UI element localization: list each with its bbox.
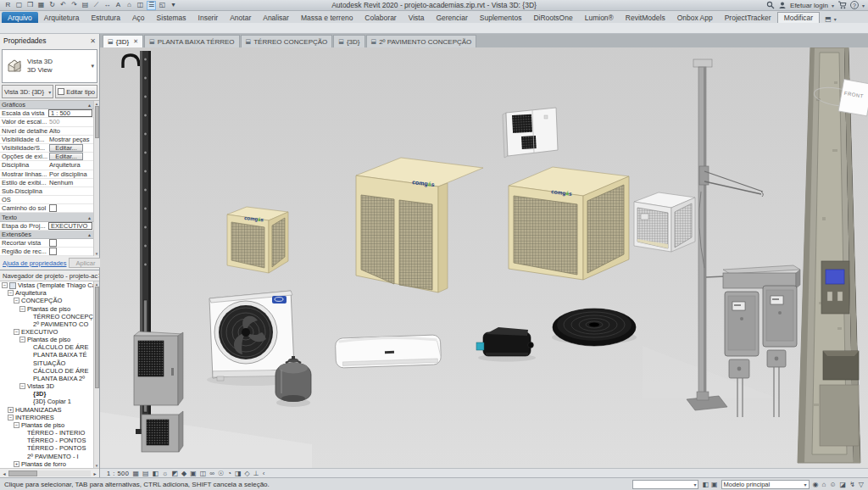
tree-expander-icon[interactable] bbox=[14, 298, 19, 303]
view-tab[interactable]: ⬓ PLANTA BAIXA TÉRREO ✕ bbox=[144, 35, 239, 47]
property-row[interactable]: Visibilidade/S... Editar... bbox=[0, 144, 93, 153]
edit-type-button[interactable]: Editar tipo bbox=[55, 85, 97, 98]
property-row[interactable]: Caminho do sol bbox=[0, 204, 93, 213]
ribbon-tab[interactable]: Gerenciar bbox=[430, 12, 473, 23]
close-inactive-views-icon[interactable]: ◱ bbox=[158, 1, 167, 10]
property-value[interactable] bbox=[31, 231, 88, 238]
default-3d-view-icon[interactable]: ⌂ bbox=[125, 1, 134, 10]
property-value[interactable]: 1 : 500 bbox=[48, 109, 92, 117]
property-value[interactable]: Nenhum bbox=[47, 179, 93, 187]
switch-windows-icon[interactable]: ▾ bbox=[169, 1, 178, 10]
ribbon-tab[interactable]: ProjectTracker bbox=[719, 12, 777, 23]
ribbon-tab[interactable]: Inserir bbox=[192, 12, 225, 23]
tree-item[interactable]: PLANTA BAIXA 2º bbox=[0, 375, 93, 382]
view-tab[interactable]: ⬓ {3D} ✕ bbox=[103, 35, 143, 47]
property-row[interactable]: Região de rec... bbox=[0, 248, 93, 256]
property-value[interactable] bbox=[47, 187, 93, 195]
drawing-area[interactable]: comgás comgás bbox=[100, 47, 868, 468]
pool-pump[interactable] bbox=[476, 327, 536, 362]
tree-item[interactable]: INTERIORES bbox=[0, 414, 93, 421]
reveal-hidden-icon[interactable]: ☉ bbox=[218, 470, 224, 477]
scale-label[interactable]: 1 : 500 bbox=[107, 470, 129, 477]
type-selector-caret-icon[interactable]: ▾ bbox=[91, 63, 94, 70]
perforated-wall-panel[interactable] bbox=[503, 108, 558, 158]
ribbon-tab[interactable]: Onbox App bbox=[671, 12, 719, 23]
ribbon-tab[interactable]: Vista bbox=[403, 12, 431, 23]
measure-icon[interactable]: ⟋ bbox=[92, 1, 101, 10]
tree-item[interactable]: TÉRREO - INTERIO bbox=[0, 429, 93, 437]
ribbon-tab[interactable]: Suplementos bbox=[474, 12, 528, 23]
view-tab[interactable]: ⬓ TÉRREO CONCEPÇÃO ✕ bbox=[241, 35, 333, 47]
sync-icon[interactable]: ↻ bbox=[47, 1, 57, 10]
design-options-icon[interactable]: ◉ bbox=[813, 481, 819, 488]
tree-item[interactable]: EXECUTIVO bbox=[0, 328, 93, 336]
tree-expander-icon[interactable] bbox=[19, 383, 25, 389]
ribbon-tab[interactable]: Estrutura bbox=[85, 12, 126, 23]
shadows-icon[interactable]: ◩ bbox=[171, 470, 178, 477]
round-blower[interactable] bbox=[552, 309, 637, 346]
tree-expander-icon[interactable] bbox=[19, 306, 25, 312]
help-caret-icon[interactable]: ▾ bbox=[862, 3, 865, 8]
property-row[interactable]: Visibilidade d... Mostrar peças bbox=[0, 136, 93, 144]
tree-expander-icon[interactable] bbox=[14, 329, 19, 335]
view-tab[interactable]: ⬓ 2º PAVIMENTO CONCEPÇÃO ✕ bbox=[366, 35, 477, 47]
ribbon-options-caret-icon[interactable]: ▾ bbox=[834, 16, 837, 22]
login-caret-icon[interactable]: ▾ bbox=[832, 3, 834, 8]
redo-icon[interactable]: ↷ bbox=[70, 1, 79, 10]
tree-expander-icon[interactable] bbox=[8, 290, 14, 296]
displaced-elements-icon[interactable]: ◇ bbox=[245, 470, 250, 477]
property-value[interactable] bbox=[47, 204, 93, 212]
tree-item[interactable]: TÉRREO CONCEPÇ bbox=[0, 313, 93, 320]
property-value[interactable]: Arquitetura bbox=[47, 161, 93, 169]
properties-scrollbar[interactable]: ▴ ▾ bbox=[93, 101, 99, 256]
tree-item[interactable]: Plantas de piso bbox=[0, 421, 93, 429]
scrollbar-thumb[interactable] bbox=[95, 106, 99, 138]
worksharing-display-icon[interactable]: ◔ bbox=[227, 470, 231, 477]
show-crop-icon[interactable]: ◫ bbox=[200, 470, 207, 477]
sun-path-icon[interactable]: ☼ bbox=[162, 470, 168, 477]
main-model-icon[interactable]: ⌂ bbox=[822, 481, 826, 488]
tree-expander-icon[interactable] bbox=[19, 337, 25, 342]
property-row[interactable]: Opções de exi... Editar... bbox=[0, 153, 93, 161]
property-value[interactable] bbox=[47, 248, 93, 255]
comgas-cage-large[interactable]: comgás bbox=[356, 158, 483, 292]
thin-lines-icon[interactable]: ☰ bbox=[147, 1, 156, 10]
property-row[interactable]: Sub-Disciplina bbox=[0, 187, 93, 196]
ribbon-tab[interactable]: Sistemas bbox=[151, 12, 192, 23]
tree-item[interactable]: Arquitetura bbox=[0, 289, 93, 297]
reveal-constraints-icon[interactable]: ⊥ bbox=[253, 470, 259, 477]
property-row[interactable]: Extensões bbox=[0, 231, 93, 239]
editable-only-icon[interactable]: ▣ bbox=[711, 481, 718, 488]
element-selector[interactable]: Vista 3D: {3D}▾ bbox=[2, 85, 53, 98]
save-icon[interactable]: ▦ bbox=[36, 1, 46, 10]
temporary-view-properties-icon[interactable]: ◨ bbox=[235, 470, 242, 477]
open-icon[interactable]: ❒ bbox=[25, 1, 35, 10]
filter-icon[interactable]: ▽ bbox=[859, 481, 864, 488]
tree-expander-icon[interactable] bbox=[2, 282, 8, 288]
ribbon-tab[interactable]: Analisar bbox=[257, 12, 295, 23]
tree-item[interactable]: {3D} Copiar 1 bbox=[0, 398, 93, 405]
tree-item[interactable]: TÉRREO - PONTOS bbox=[0, 444, 93, 452]
view-tab[interactable]: ⬓ {3D} ✕ bbox=[333, 35, 364, 47]
workset-select[interactable]: ▾ bbox=[632, 480, 698, 489]
design-option-select[interactable]: Modelo principal▾ bbox=[721, 480, 810, 489]
property-value[interactable]: Por disciplina bbox=[47, 170, 93, 178]
undo-icon[interactable]: ↶ bbox=[58, 1, 68, 10]
scale-icon[interactable]: ▦ bbox=[132, 470, 139, 477]
text-icon[interactable]: A bbox=[114, 1, 123, 10]
section-icon[interactable]: ◫ bbox=[136, 1, 145, 10]
browser-hscrollbar[interactable]: ◂ ▸ bbox=[0, 468, 99, 477]
pole-cabinet-upper[interactable] bbox=[134, 331, 183, 405]
aligned-dimension-icon[interactable]: ↔ bbox=[103, 1, 112, 10]
modify-panel-icon[interactable]: ⬒ bbox=[825, 15, 832, 23]
tree-item[interactable]: 2º PAVIMENTO CO bbox=[0, 320, 93, 328]
collaborate-icon[interactable]: ☺ bbox=[829, 481, 836, 488]
property-row[interactable]: Recortar vista bbox=[0, 239, 93, 248]
file-icon[interactable]: ▢ bbox=[14, 1, 24, 10]
property-value[interactable] bbox=[47, 239, 93, 247]
tree-item[interactable]: CÁLCULO DE ÁRE bbox=[0, 367, 93, 375]
properties-close-icon[interactable]: ✕ bbox=[90, 37, 96, 45]
tree-item[interactable]: Plantas de piso bbox=[0, 304, 93, 312]
type-selector[interactable]: Vista 3D 3D View ▾ bbox=[2, 49, 97, 83]
tree-item[interactable]: Plantas de forro bbox=[0, 460, 93, 468]
